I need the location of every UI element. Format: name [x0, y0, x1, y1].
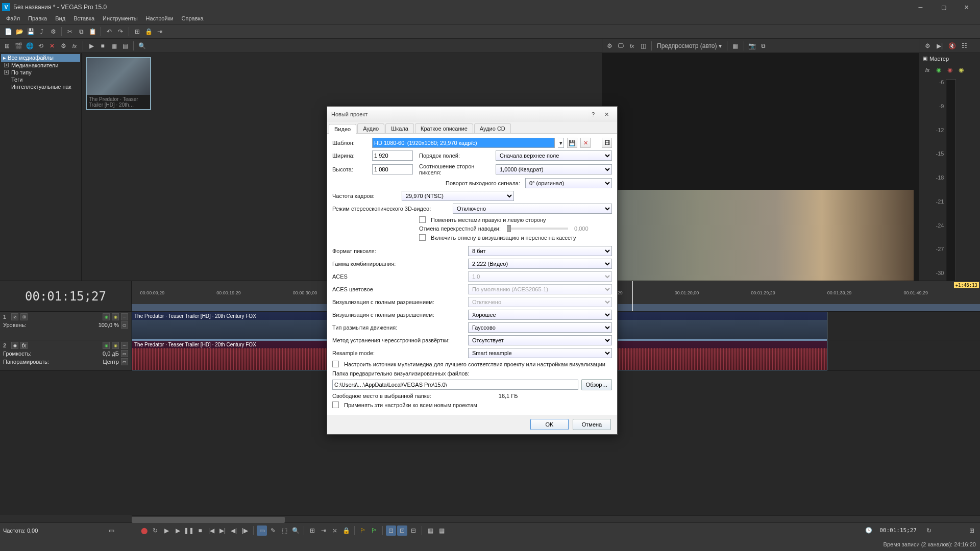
insert-icon[interactable]: ◉ [934, 65, 944, 75]
copysnap-icon[interactable]: ⧉ [758, 41, 769, 51]
gear-icon[interactable]: ⚙ [922, 41, 933, 51]
solo-icon[interactable]: ◉ [112, 313, 119, 320]
motion-icon[interactable]: ⊞ [20, 313, 28, 320]
menu-tools[interactable]: Инструменты [99, 14, 142, 24]
tab-audio[interactable]: Аудио [357, 123, 384, 133]
play-icon[interactable]: ▶ [173, 525, 183, 536]
tree-item[interactable]: +Медианакопители [1, 62, 80, 69]
template-input[interactable] [372, 138, 555, 148]
stereo3d-select[interactable]: Отключено [453, 204, 612, 214]
ripple-icon[interactable]: ⇥ [155, 27, 165, 37]
misc-icon[interactable]: ▦ [425, 525, 435, 536]
render-icon[interactable]: ⤴ [37, 27, 47, 37]
menu-file[interactable]: Файл [2, 14, 24, 24]
motionblur-select[interactable]: Гауссово [468, 322, 612, 333]
gear-icon[interactable]: ⚙ [604, 41, 615, 51]
chevron-down-icon[interactable]: ▾ [558, 138, 564, 148]
goend-icon[interactable]: ▶| [217, 525, 228, 536]
tool2-icon[interactable]: ⊡ [397, 525, 407, 536]
dialog-titlebar[interactable]: Новый проект ? ✕ [327, 107, 617, 122]
delete-template-icon[interactable]: ✕ [580, 138, 591, 148]
track-header[interactable]: 1 ⊘ ⊞ ◉ ◉ ⋯ Уровень: 100,0 % ▭ [0, 312, 132, 340]
menu-insert[interactable]: Вставка [69, 14, 99, 24]
width-input[interactable] [372, 151, 413, 161]
tab-summary[interactable]: Краткое описание [415, 123, 473, 133]
overlay-icon[interactable]: ▦ [730, 41, 741, 51]
prevframe-icon[interactable]: ◀| [229, 525, 239, 536]
lock-icon[interactable]: 🔒 [143, 27, 154, 37]
delete-icon[interactable]: ✕ [47, 41, 57, 51]
par-select[interactable]: 1,0000 (Квадрат) [496, 164, 612, 174]
tab-scale[interactable]: Шкала [385, 123, 414, 133]
quality-dropdown[interactable]: Предпросмотр (авто) ▾ [655, 41, 724, 51]
match-media-icon[interactable]: 🎞 [602, 138, 612, 148]
split-icon[interactable]: ◫ [638, 41, 648, 51]
snapgrid-icon[interactable]: ⊞ [307, 525, 317, 536]
timeline-timecode[interactable]: 00:01:15;27 [879, 527, 917, 534]
tree-item[interactable]: Теги [1, 76, 80, 83]
slider-handle[interactable]: ▭ [121, 358, 128, 365]
playhead[interactable] [632, 281, 633, 311]
autopreview-icon[interactable]: ▦ [109, 41, 119, 51]
tree-item[interactable]: +По типу [1, 69, 80, 76]
mute-icon[interactable]: ◉ [103, 342, 110, 349]
prev-icon[interactable]: ▶| [935, 41, 945, 51]
playstart-icon[interactable]: ▶ [161, 525, 172, 536]
bypass-icon[interactable]: ⊘ [11, 313, 18, 320]
slider-handle[interactable]: ▭ [121, 350, 128, 357]
normal-edit-icon[interactable]: ▭ [257, 525, 267, 536]
expand-icon[interactable]: + [4, 63, 9, 67]
autoripple-icon[interactable]: ⇥ [318, 525, 329, 536]
resample-select[interactable]: Smart resample [468, 348, 612, 358]
pause-icon[interactable]: ❚❚ [184, 525, 194, 536]
expand-icon[interactable]: + [4, 70, 9, 74]
views-icon[interactable]: ▤ [120, 41, 130, 51]
marker-icon[interactable]: 🏳 [358, 525, 368, 536]
remove-icon[interactable]: ⟲ [36, 41, 46, 51]
mute-icon[interactable]: ◉ [945, 65, 955, 75]
mixer-icon[interactable]: ☷ [959, 41, 969, 51]
stop-icon[interactable]: ■ [195, 525, 205, 536]
track-header[interactable]: 2 ◉ fx ◉ ◉ ⋯ Громкость: 0,0 дБ ▭ Панорам… [0, 340, 132, 370]
fieldorder-select[interactable]: Сначала верхнее поле [496, 151, 612, 161]
applyall-checkbox[interactable] [332, 402, 339, 408]
dock-icon[interactable]: ⊞ [967, 525, 977, 536]
height-input[interactable] [372, 164, 413, 174]
close-button[interactable]: ✕ [955, 0, 978, 14]
import-icon[interactable]: ⊞ [2, 41, 12, 51]
media-thumbnail[interactable]: The Predator · Teaser Trailer [HD] · 20t… [86, 57, 151, 110]
paste-icon[interactable]: 📋 [87, 27, 97, 37]
copy-icon[interactable]: ⧉ [76, 27, 86, 37]
prepath-input[interactable] [332, 380, 578, 390]
mute-icon[interactable]: 🔇 [947, 41, 957, 51]
fx-icon[interactable]: fx [20, 342, 28, 349]
help-icon[interactable]: ? [586, 109, 600, 119]
select-icon[interactable]: ⬚ [279, 525, 289, 536]
slider-icon[interactable]: ▭ [106, 525, 116, 536]
properties-icon[interactable]: ⚙ [48, 27, 58, 37]
solo-icon[interactable]: ◉ [112, 342, 119, 349]
menu-edit[interactable]: Правка [24, 14, 51, 24]
snap-icon[interactable]: ⊞ [132, 27, 142, 37]
props-icon[interactable]: ⚙ [58, 41, 68, 51]
extmon-icon[interactable]: 🖵 [616, 41, 626, 51]
gamma-select[interactable]: 2,222 (Видео) [468, 259, 612, 269]
misc2-icon[interactable]: ▦ [436, 525, 447, 536]
timeline-scrollbar[interactable] [132, 515, 980, 522]
autolock-icon[interactable]: 🔒 [341, 525, 351, 536]
deinterlace-select[interactable]: Отсутствует [468, 335, 612, 345]
tab-audiocd[interactable]: Аудио CD [474, 123, 511, 133]
search-icon[interactable]: 🔍 [137, 41, 147, 51]
save-template-icon[interactable]: 💾 [567, 138, 577, 148]
autocross-icon[interactable]: ⤫ [330, 525, 340, 536]
tree-item[interactable]: Интеллектуальные нак [1, 83, 80, 90]
tool1-icon[interactable]: ⊡ [386, 525, 396, 536]
close-icon[interactable]: ✕ [600, 109, 613, 119]
save-icon[interactable]: 💾 [26, 27, 36, 37]
refresh-icon[interactable]: ↻ [924, 525, 934, 536]
region-icon[interactable]: 🏳 [369, 525, 379, 536]
ok-button[interactable]: OK [530, 419, 569, 430]
rotation-select[interactable]: 0° (оригинал) [525, 178, 612, 188]
solo-icon[interactable]: ◉ [956, 65, 966, 75]
gostart-icon[interactable]: |◀ [206, 525, 216, 536]
